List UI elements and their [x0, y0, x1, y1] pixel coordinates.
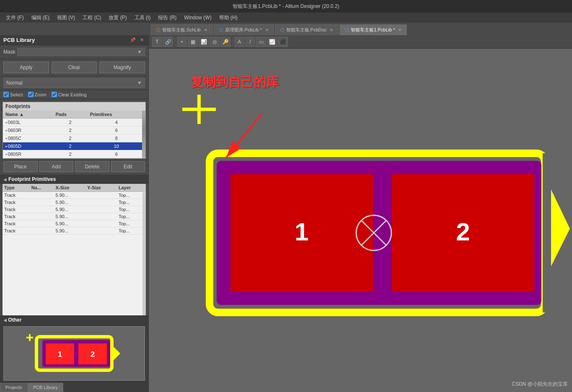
fp-row-0603r[interactable]: ▪0603R 2 6: [3, 126, 145, 134]
tool-text2[interactable]: A: [234, 37, 244, 47]
tab-pcblib2-icon: ⬡: [345, 27, 349, 33]
edit-button[interactable]: Edit: [111, 161, 145, 172]
prim-col-layer[interactable]: Layer: [117, 184, 146, 192]
prim-col-ysize[interactable]: Y-Size: [85, 184, 117, 192]
prim-row-1[interactable]: Track 5.90... Top...: [3, 199, 146, 206]
prim-xsize-2: 5.90...: [54, 206, 86, 213]
tool-chart[interactable]: 📊: [199, 37, 209, 47]
menu-file[interactable]: 文件 (F): [3, 13, 27, 22]
panel-close-btn[interactable]: ✕: [139, 37, 145, 43]
delete-button[interactable]: Delete: [75, 161, 109, 172]
fp-pads-0603r: 2: [53, 126, 88, 134]
tab-pcblib-label: 原理图库.PcbLib *: [225, 27, 262, 33]
tab-schlib[interactable]: ⬡ 智能车主板.SchLib ✕: [151, 24, 213, 35]
menu-view[interactable]: 视图 (V): [54, 13, 78, 22]
clear-button[interactable]: Clear: [52, 62, 97, 73]
primitives-section: ◀ Footprint Primitives Type Na... X-Size…: [0, 175, 148, 315]
fp-row-0805c[interactable]: ▪0805C 2 8: [3, 134, 145, 142]
prim-xsize-3: 5.90...: [54, 213, 86, 220]
tab-pcblib2-close[interactable]: ✕: [398, 28, 401, 32]
menu-tools[interactable]: 工具 (I): [131, 13, 154, 22]
fp-col-pads[interactable]: Pads: [53, 111, 88, 119]
prim-type-0: Track: [3, 192, 30, 199]
tab-pcbdoc[interactable]: ⬡ 智能车主板.PcbDoc ✕: [275, 24, 339, 35]
prim-row-2[interactable]: Track 5.90... Top...: [3, 206, 146, 213]
fp-col-name[interactable]: Name ▲: [3, 111, 53, 119]
zoom-checkbox[interactable]: [28, 92, 34, 97]
fp-scrollbar[interactable]: [142, 111, 145, 158]
tool-grid[interactable]: ▦: [188, 37, 198, 47]
fp-name-0805c: 0805C: [8, 136, 21, 141]
fp-col-primitives[interactable]: Primitives: [88, 111, 145, 119]
prim-layer-4: Top...: [117, 220, 146, 227]
menu-project[interactable]: 工程 (C): [79, 13, 104, 22]
tab-pcbdoc-close[interactable]: ✕: [330, 28, 333, 32]
tool-circle[interactable]: ◎: [210, 37, 220, 47]
fp-row-0603l[interactable]: ▪0603L 2 4: [3, 119, 145, 126]
primitives-scrollbar[interactable]: [142, 192, 146, 315]
primitives-collapse-icon[interactable]: ◀: [3, 177, 7, 182]
tab-schlib-close[interactable]: ✕: [204, 28, 207, 32]
tool-link[interactable]: 🔗: [163, 37, 173, 47]
menu-place[interactable]: 放置 (P): [105, 13, 130, 22]
prim-name-5: [30, 227, 54, 235]
menu-report[interactable]: 报告 (R): [155, 13, 180, 22]
place-button[interactable]: Place: [3, 161, 38, 172]
annotation-label: 复制到自己的库: [191, 75, 279, 89]
menu-help[interactable]: 帮助 (H): [216, 13, 241, 22]
clear-existing-checkbox-label[interactable]: Clear Existing: [52, 92, 87, 97]
select-checkbox[interactable]: [3, 92, 9, 97]
svg-text:2: 2: [456, 218, 470, 246]
pcb-library-tab[interactable]: PCB Library: [28, 383, 63, 392]
prim-col-name[interactable]: Na...: [30, 184, 54, 192]
zoom-label: Zoom: [35, 92, 47, 97]
mask-dropdown-arrow: ▼: [137, 49, 142, 55]
fp-prim-0805r: 6: [88, 150, 145, 158]
tool-graph[interactable]: 📈: [267, 37, 277, 47]
menu-window[interactable]: Window (W): [181, 14, 215, 21]
tool-rect[interactable]: ▭: [256, 37, 266, 47]
zoom-checkbox-label[interactable]: Zoom: [28, 92, 47, 97]
select-checkbox-label[interactable]: Select: [3, 92, 23, 97]
normal-dropdown-box[interactable]: Normal ▼: [3, 78, 145, 88]
primitives-table: Type Na... X-Size Y-Size Layer Track 5.9…: [3, 184, 146, 235]
clear-existing-checkbox[interactable]: [52, 92, 57, 97]
tool-line[interactable]: /: [245, 37, 255, 47]
mask-dropdown-box[interactable]: ▼: [17, 48, 145, 56]
tab-pcblib-close[interactable]: ✕: [265, 28, 269, 32]
fp-prim-0603l: 4: [88, 119, 145, 126]
prim-row-4[interactable]: Track 5.90... Top...: [3, 220, 146, 227]
primitives-title: Footprint Primitives: [8, 176, 56, 182]
svg-text:1: 1: [295, 218, 308, 246]
tool-add[interactable]: +: [177, 37, 187, 47]
prim-col-xsize[interactable]: X-Size: [54, 184, 86, 192]
pcb-canvas[interactable]: 1 2 复制到自己的库 CSDN @小阳先生的宝库: [149, 49, 572, 392]
prim-row-3[interactable]: Track 5.90... Top...: [3, 213, 146, 220]
tab-schlib-icon: ⬡: [156, 27, 160, 33]
tab-pcblib[interactable]: ⬡ 原理图库.PcbLib * ✕: [214, 24, 274, 35]
prim-xsize-5: 5.90...: [54, 227, 86, 235]
prim-layer-5: Top...: [117, 227, 146, 235]
prim-col-type[interactable]: Type: [3, 184, 30, 192]
tab-pcblib2[interactable]: ⬡ 智能车主板1.PcbLib * ✕: [339, 24, 407, 35]
tabbar: ⬡ 智能车主板.SchLib ✕ ⬡ 原理图库.PcbLib * ✕ ⬡ 智能车…: [0, 23, 572, 35]
apply-button[interactable]: Apply: [3, 62, 49, 73]
watermark-text: CSDN @小阳先生的宝库: [512, 381, 568, 387]
other-collapse-icon[interactable]: ◀: [3, 318, 7, 322]
prim-type-5: Track: [3, 227, 30, 235]
menu-edit[interactable]: 编辑 (E): [28, 13, 53, 22]
tool-key[interactable]: 🔑: [220, 37, 230, 47]
panel-pin-btn[interactable]: 📌: [129, 37, 137, 43]
prim-row-0[interactable]: Track 5.90... Top...: [3, 192, 146, 199]
magnify-button[interactable]: Magnify: [99, 62, 145, 73]
fp-row-0805r[interactable]: ▪0805R 2 6: [3, 150, 145, 158]
projects-tab[interactable]: Projects: [0, 383, 28, 392]
tool-text[interactable]: T: [152, 37, 162, 47]
prim-ysize-3: [85, 213, 117, 220]
tool-fill[interactable]: ⬛: [278, 37, 288, 47]
svg-text:2: 2: [91, 350, 95, 358]
fp-row-0805d[interactable]: ▪0805D 2 10: [3, 142, 145, 150]
footprints-table-container: Name ▲ Pads Primitives ▪0603L 2 4 ▪0603R: [3, 111, 145, 158]
add-button[interactable]: Add: [39, 161, 74, 172]
prim-row-5[interactable]: Track 5.90... Top...: [3, 227, 146, 235]
